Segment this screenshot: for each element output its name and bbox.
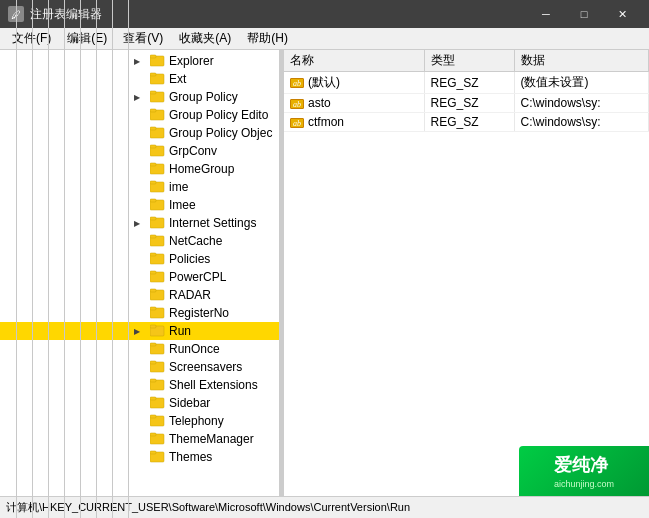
registry-table: 名称 类型 数据 ab(默认)REG_SZ(数值未设置)abastoREG_SZ…: [284, 50, 649, 132]
row-type-0: REG_SZ: [424, 72, 514, 94]
svg-rect-35: [150, 361, 156, 364]
svg-rect-21: [150, 235, 156, 238]
folder-icon-themes: [150, 449, 166, 466]
tree-item-policies[interactable]: Policies: [0, 250, 279, 268]
val-icon-1: ab: [290, 99, 304, 109]
tree-label-homegroup: HomeGroup: [169, 162, 234, 176]
tree-item-screensavers[interactable]: Screensavers: [0, 358, 279, 376]
svg-rect-37: [150, 379, 156, 382]
folder-icon-registerno: [150, 305, 166, 322]
tree-label-ime: ime: [169, 180, 188, 194]
tree-label-ext: Ext: [169, 72, 186, 86]
folder-icon-telephony: [150, 413, 166, 430]
tree-item-homegroup[interactable]: HomeGroup: [0, 160, 279, 178]
svg-rect-3: [150, 73, 156, 76]
svg-rect-15: [150, 181, 156, 184]
tree-item-run[interactable]: ▶ Run: [0, 322, 279, 340]
val-name-1: asto: [308, 96, 331, 110]
row-name-0: ab(默认): [284, 72, 424, 94]
folder-icon-netcache: [150, 233, 166, 250]
svg-rect-25: [150, 271, 156, 274]
tree-label-registerno: RegisterNo: [169, 306, 229, 320]
tree-item-grouppolicyobject[interactable]: Group Policy Objec: [0, 124, 279, 142]
tree-arrow-explorer[interactable]: ▶: [134, 57, 150, 66]
tree-label-runonce: RunOnce: [169, 342, 220, 356]
folder-icon-radar: [150, 287, 166, 304]
tree-item-registerno[interactable]: RegisterNo: [0, 304, 279, 322]
tree-label-powercpl: PowerCPL: [169, 270, 226, 284]
tree-item-telephony[interactable]: Telephony: [0, 412, 279, 430]
tree-label-thememanager: ThemeManager: [169, 432, 254, 446]
tree-item-imee[interactable]: Imee: [0, 196, 279, 214]
folder-icon-thememanager: [150, 431, 166, 448]
tree-arrow-run[interactable]: ▶: [134, 327, 150, 336]
tree-item-netcache[interactable]: NetCache: [0, 232, 279, 250]
tree-item-grpconv[interactable]: GrpConv: [0, 142, 279, 160]
col-name: 名称: [284, 50, 424, 72]
folder-icon-grouppolicyobject: [150, 125, 166, 142]
tree-item-grouppolicyeditor[interactable]: Group Policy Edito: [0, 106, 279, 124]
row-name-1: abasto: [284, 94, 424, 113]
table-row[interactable]: abctfmonREG_SZC:\windows\sy:: [284, 113, 649, 132]
svg-rect-1: [150, 55, 156, 58]
tree-item-internetsettings[interactable]: ▶ Internet Settings: [0, 214, 279, 232]
tree-item-themes[interactable]: Themes: [0, 448, 279, 466]
right-panel: 名称 类型 数据 ab(默认)REG_SZ(数值未设置)abastoREG_SZ…: [284, 50, 649, 496]
tree-items: ▶ Explorer Ext▶ Group Policy Group Polic…: [0, 52, 279, 466]
tree-item-ext[interactable]: Ext: [0, 70, 279, 88]
svg-rect-27: [150, 289, 156, 292]
tree-item-ime[interactable]: ime: [0, 178, 279, 196]
tree-item-grouppolicy[interactable]: ▶ Group Policy: [0, 88, 279, 106]
tree-item-powercpl[interactable]: PowerCPL: [0, 268, 279, 286]
svg-rect-39: [150, 397, 156, 400]
tree-label-netcache: NetCache: [169, 234, 222, 248]
folder-icon-explorer: [150, 53, 166, 70]
svg-rect-41: [150, 415, 156, 418]
val-icon-2: ab: [290, 118, 304, 128]
folder-icon-grouppolicyeditor: [150, 107, 166, 124]
table-row[interactable]: abastoREG_SZC:\windows\sy:: [284, 94, 649, 113]
menu-item-H[interactable]: 帮助(H): [239, 28, 296, 49]
row-data-1: C:\windows\sy:: [514, 94, 649, 113]
row-type-2: REG_SZ: [424, 113, 514, 132]
folder-icon-runonce: [150, 341, 166, 358]
row-type-1: REG_SZ: [424, 94, 514, 113]
tree-label-grouppolicy: Group Policy: [169, 90, 238, 104]
table-row[interactable]: ab(默认)REG_SZ(数值未设置): [284, 72, 649, 94]
svg-rect-13: [150, 163, 156, 166]
maximize-button[interactable]: □: [565, 0, 603, 28]
menu-item-E[interactable]: 编辑(E): [59, 28, 115, 49]
tree-item-radar[interactable]: RADAR: [0, 286, 279, 304]
folder-icon-internetsettings: [150, 215, 166, 232]
tree-label-themes: Themes: [169, 450, 212, 464]
tree-item-explorer[interactable]: ▶ Explorer: [0, 52, 279, 70]
close-button[interactable]: ✕: [603, 0, 641, 28]
status-bar: 计算机\HKEY_CURRENT_USER\Software\Microsoft…: [0, 496, 649, 518]
tree-label-imee: Imee: [169, 198, 196, 212]
tree-label-telephony: Telephony: [169, 414, 224, 428]
tree-item-sidebar[interactable]: Sidebar: [0, 394, 279, 412]
tree-label-radar: RADAR: [169, 288, 211, 302]
tree-label-run: Run: [169, 324, 191, 338]
menu-item-V[interactable]: 查看(V): [115, 28, 171, 49]
val-icon-0: ab: [290, 78, 304, 88]
menu-item-A[interactable]: 收藏夹(A): [171, 28, 239, 49]
tree-arrow-internetsettings[interactable]: ▶: [134, 219, 150, 228]
svg-rect-9: [150, 127, 156, 130]
right-scroll[interactable]: 名称 类型 数据 ab(默认)REG_SZ(数值未设置)abastoREG_SZ…: [284, 50, 649, 496]
col-data: 数据: [514, 50, 649, 72]
folder-icon-shellextensions: [150, 377, 166, 394]
svg-rect-43: [150, 433, 156, 436]
folder-icon-grpconv: [150, 143, 166, 160]
row-name-2: abctfmon: [284, 113, 424, 132]
tree-arrow-grouppolicy[interactable]: ▶: [134, 93, 150, 102]
minimize-button[interactable]: ─: [527, 0, 565, 28]
svg-rect-33: [150, 343, 156, 346]
svg-rect-31: [150, 325, 156, 328]
table-body: ab(默认)REG_SZ(数值未设置)abastoREG_SZC:\window…: [284, 72, 649, 132]
tree-item-shellextensions[interactable]: Shell Extensions: [0, 376, 279, 394]
tree-panel[interactable]: ▶ Explorer Ext▶ Group Policy Group Polic…: [0, 50, 280, 496]
tree-label-internetsettings: Internet Settings: [169, 216, 256, 230]
tree-item-thememanager[interactable]: ThemeManager: [0, 430, 279, 448]
tree-item-runonce[interactable]: RunOnce: [0, 340, 279, 358]
